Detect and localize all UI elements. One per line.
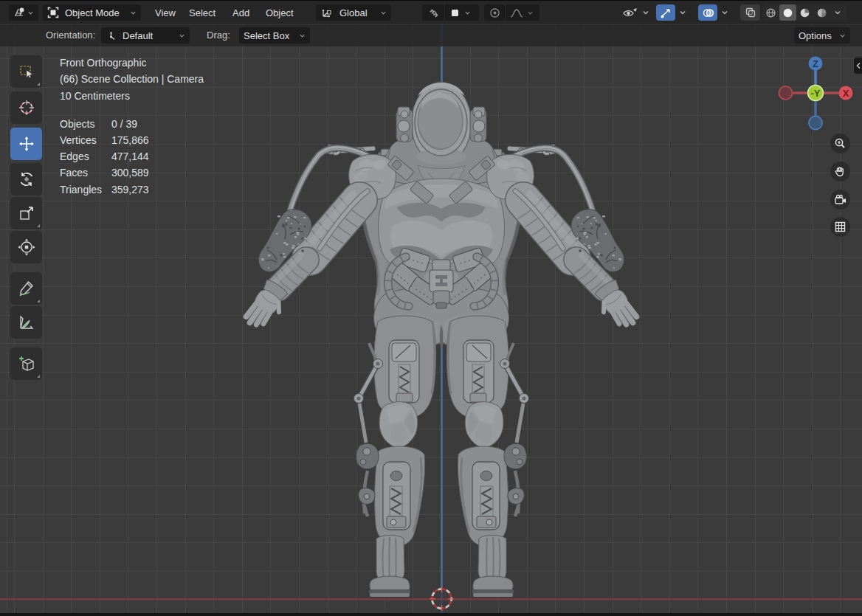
svg-text:X: X (843, 88, 849, 99)
svg-text:-Y: -Y (811, 88, 821, 99)
svg-text:Z: Z (813, 58, 818, 69)
